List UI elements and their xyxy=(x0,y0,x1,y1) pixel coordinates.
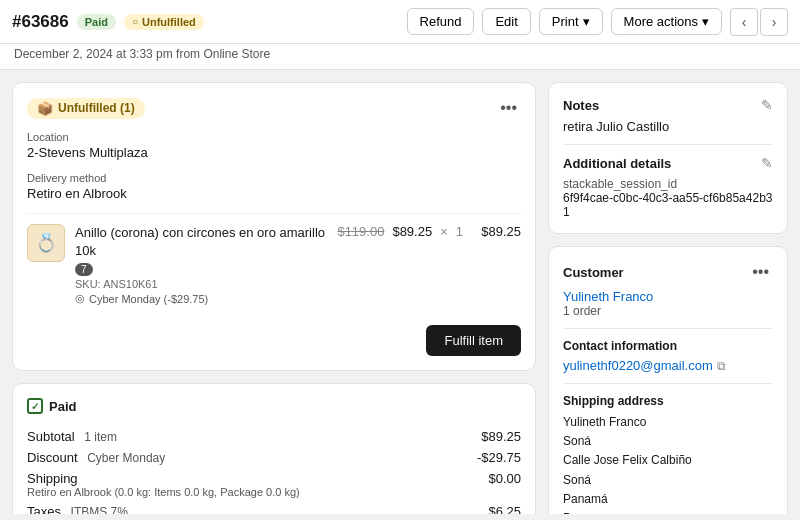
fulfill-btn-row: Fulfill item xyxy=(27,315,521,356)
notes-edit-button[interactable]: ✎ xyxy=(761,97,773,113)
price-original: $119.00 xyxy=(337,224,384,239)
chevron-down-icon: ▾ xyxy=(702,14,709,29)
price-total: $89.25 xyxy=(471,224,521,239)
address-line-1: Yulineth Franco xyxy=(563,413,773,432)
taxes-value: $6.25 xyxy=(488,504,521,514)
notes-title: Notes xyxy=(563,98,599,113)
shipping-row: Shipping Retiro en Albrook (0.0 kg: Item… xyxy=(27,468,521,501)
address-line-3: Calle Jose Felix Calbiño xyxy=(563,451,773,470)
divider xyxy=(563,144,773,145)
discount-icon: ◎ xyxy=(75,292,85,305)
fulfill-item-button[interactable]: Fulfill item xyxy=(426,325,521,356)
discount-value: -$29.75 xyxy=(477,450,521,465)
print-button[interactable]: Print ▾ xyxy=(539,8,603,35)
delivery-label: Delivery method xyxy=(27,172,521,184)
address-line-4: Soná xyxy=(563,471,773,490)
location-section: Location 2-Stevens Multiplaza xyxy=(27,131,521,160)
subtotal-label: Subtotal 1 item xyxy=(27,429,117,444)
order-id: #63686 xyxy=(12,12,69,32)
location-value: 2-Stevens Multiplaza xyxy=(27,145,521,160)
paid-checkbox-icon xyxy=(27,398,43,414)
fulfillment-card: 📦 Unfulfilled (1) ••• Location 2-Stevens… xyxy=(12,82,536,371)
refund-button[interactable]: Refund xyxy=(407,8,475,35)
additional-details-title: Additional details xyxy=(563,156,671,171)
taxes-label: Taxes ITBMS 7% xyxy=(27,504,128,514)
address-line-6: Panama xyxy=(563,509,773,514)
box-icon: 📦 xyxy=(37,101,53,116)
fulfillment-card-header: 📦 Unfulfilled (1) ••• xyxy=(27,97,521,119)
customer-title: Customer xyxy=(563,265,624,280)
main-layout: 📦 Unfulfilled (1) ••• Location 2-Stevens… xyxy=(0,70,800,520)
address-line-5: Panamá xyxy=(563,490,773,509)
top-bar: #63686 Paid Unfulfilled Refund Edit Prin… xyxy=(0,0,800,44)
notes-content: retira Julio Castillo xyxy=(563,119,773,134)
copy-email-button[interactable]: ⧉ xyxy=(717,359,726,373)
right-column: Notes ✎ retira Julio Castillo Additional… xyxy=(548,82,788,514)
product-details: Anillo (corona) con circones en oro amar… xyxy=(75,224,327,305)
payment-card: Paid Subtotal 1 item $89.25 Discount Cyb… xyxy=(12,383,536,514)
chevron-down-icon: ▾ xyxy=(583,14,590,29)
discount-label: Discount Cyber Monday xyxy=(27,450,165,465)
paid-label: Paid xyxy=(49,399,76,414)
customer-header: Customer ••• xyxy=(563,261,773,283)
divider3 xyxy=(563,383,773,384)
left-column: 📦 Unfulfilled (1) ••• Location 2-Stevens… xyxy=(12,82,536,514)
fulfillment-more-button[interactable]: ••• xyxy=(496,97,521,119)
contact-title: Contact information xyxy=(563,339,773,353)
discount-row: Discount Cyber Monday -$29.75 xyxy=(27,447,521,468)
product-qty-badge: 7 xyxy=(75,263,93,276)
forward-button[interactable]: › xyxy=(760,8,788,36)
customer-card: Customer ••• Yulineth Franco 1 order Con… xyxy=(548,246,788,514)
price-sale: $89.25 xyxy=(392,224,432,239)
divider2 xyxy=(563,328,773,329)
additional-details-edit-button[interactable]: ✎ xyxy=(761,155,773,171)
detail-value: 6f9f4cae-c0bc-40c3-aa55-cf6b85a42b31 xyxy=(563,191,773,219)
subtotal-value: $89.25 xyxy=(481,429,521,444)
customer-more-button[interactable]: ••• xyxy=(748,261,773,283)
product-pricing: $119.00 $89.25 × 1 $89.25 xyxy=(337,224,521,239)
customer-orders: 1 order xyxy=(563,304,773,318)
address-line-2: Soná xyxy=(563,432,773,451)
order-date: December 2, 2024 at 3:33 pm from Online … xyxy=(14,47,270,61)
notes-card: Notes ✎ retira Julio Castillo Additional… xyxy=(548,82,788,234)
notes-header: Notes ✎ xyxy=(563,97,773,113)
location-label: Location xyxy=(27,131,521,143)
product-row: 💍 Anillo (corona) con circones en oro am… xyxy=(27,213,521,315)
customer-email[interactable]: yulinethf0220@gmail.com xyxy=(563,358,713,373)
additional-details-header: Additional details ✎ xyxy=(563,155,773,171)
product-discount: ◎ Cyber Monday (-$29.75) xyxy=(75,292,327,305)
price-qty-num: 1 xyxy=(456,224,463,239)
paid-header: Paid xyxy=(27,398,521,414)
badge-unfulfilled: Unfulfilled xyxy=(124,14,204,30)
shipping-title: Shipping address xyxy=(563,394,773,408)
price-x: × xyxy=(440,224,448,239)
product-sku: SKU: ANS10K61 xyxy=(75,278,327,290)
shipping-value: $0.00 xyxy=(488,471,521,498)
delivery-value: Retiro en Albrook xyxy=(27,186,521,201)
customer-name[interactable]: Yulineth Franco xyxy=(563,289,773,304)
more-actions-button[interactable]: More actions ▾ xyxy=(611,8,722,35)
delivery-section: Delivery method Retiro en Albrook xyxy=(27,172,521,201)
product-name: Anillo (corona) con circones en oro amar… xyxy=(75,224,327,260)
nav-arrows: ‹ › xyxy=(730,8,788,36)
unfulfilled-badge: 📦 Unfulfilled (1) xyxy=(27,98,145,119)
back-button[interactable]: ‹ xyxy=(730,8,758,36)
shipping-label: Shipping Retiro en Albrook (0.0 kg: Item… xyxy=(27,471,300,498)
product-image: 💍 xyxy=(27,224,65,262)
detail-key: stackable_session_id xyxy=(563,177,773,191)
subtotal-row: Subtotal 1 item $89.25 xyxy=(27,426,521,447)
taxes-row: Taxes ITBMS 7% $6.25 xyxy=(27,501,521,514)
edit-button[interactable]: Edit xyxy=(482,8,530,35)
badge-paid: Paid xyxy=(77,14,116,30)
